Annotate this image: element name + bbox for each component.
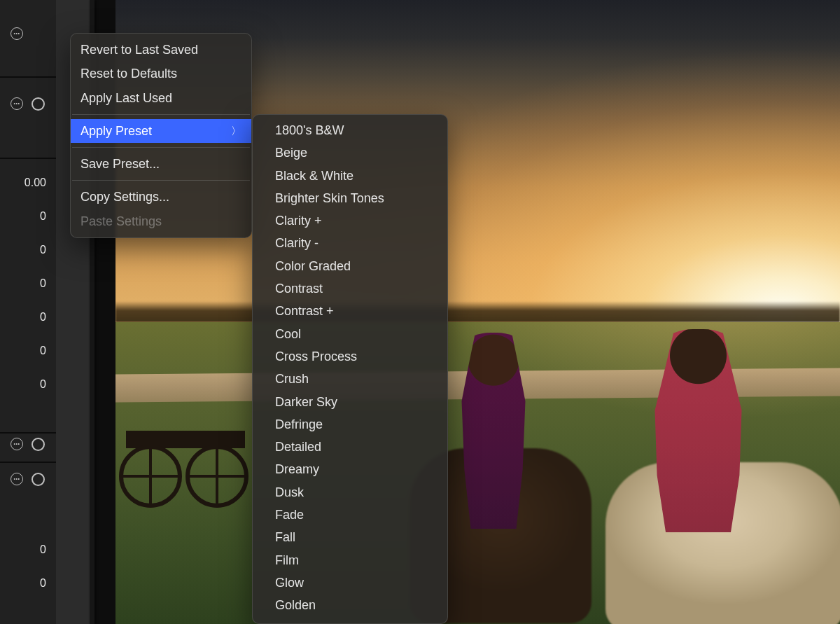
preset-label: Film: [275, 552, 299, 569]
preset-label: Contrast +: [275, 303, 334, 319]
menu-item-apply-preset[interactable]: Apply Preset 〉: [71, 119, 251, 143]
more-options-icon[interactable]: [10, 437, 24, 451]
preset-item[interactable]: Cool: [253, 323, 447, 345]
preset-label: 1800's B&W: [275, 122, 344, 139]
value-readout: 0: [40, 378, 46, 391]
preset-item[interactable]: Beige: [253, 141, 447, 164]
preset-item[interactable]: Crush: [253, 368, 447, 390]
value-readout: 0: [40, 543, 46, 556]
more-options-icon[interactable]: [10, 27, 24, 41]
preset-label: Dusk: [275, 484, 304, 501]
menu-item-revert[interactable]: Revert to Last Saved: [71, 38, 251, 62]
preset-item[interactable]: Dreamy: [253, 458, 447, 480]
menu-item-reset[interactable]: Reset to Defaults: [71, 62, 251, 85]
preset-label: Gothic: [275, 620, 312, 624]
preset-item[interactable]: Fade: [253, 504, 447, 526]
preset-label: Glow: [275, 574, 304, 591]
chevron-right-icon: 〉: [231, 124, 241, 138]
menu-separator: [72, 147, 250, 148]
menu-item-paste-settings: Paste Settings: [71, 209, 251, 233]
photo-wagon: [119, 396, 259, 508]
preset-item[interactable]: Gothic: [253, 617, 447, 624]
preset-label: Crush: [275, 370, 309, 387]
value-readout: 0: [40, 345, 46, 357]
preset-label: Beige: [275, 144, 307, 161]
sidebar-section: [0, 77, 56, 158]
preset-item[interactable]: Detailed: [253, 436, 447, 458]
value-readout: 0: [40, 577, 46, 590]
preset-item[interactable]: Contrast: [253, 277, 447, 300]
preset-label: Black & White: [275, 167, 354, 184]
adjustments-sidebar: 0.00 0 0 0 0 0 0 0 0: [0, 0, 56, 624]
preset-item[interactable]: Golden: [253, 594, 447, 616]
preset-label: Dreamy: [275, 461, 319, 478]
more-options-icon[interactable]: [10, 97, 24, 111]
preset-label: Fall: [275, 529, 295, 546]
menu-item-label: Revert to Last Saved: [80, 41, 198, 58]
value-readout: 0: [40, 311, 46, 324]
value-readout: 0.00: [24, 176, 46, 189]
context-menu: Revert to Last Saved Reset to Defaults A…: [70, 33, 252, 238]
menu-item-save-preset[interactable]: Save Preset...: [71, 152, 251, 176]
preset-label: Golden: [275, 597, 316, 613]
preset-label: Cool: [275, 326, 301, 342]
menu-item-label: Copy Settings...: [80, 188, 169, 205]
menu-item-label: Apply Last Used: [80, 90, 172, 106]
photo-treeline: [115, 301, 840, 322]
value-readout: 0: [40, 210, 46, 223]
preset-item[interactable]: Contrast +: [253, 300, 447, 322]
menu-separator: [72, 180, 250, 181]
preset-label: Clarity +: [275, 212, 322, 229]
preset-item[interactable]: Clarity +: [253, 209, 447, 232]
menu-item-label: Reset to Defaults: [80, 65, 177, 82]
preset-label: Contrast: [275, 280, 323, 297]
menu-separator: [72, 114, 250, 115]
sidebar-section: [0, 462, 56, 624]
menu-item-label: Save Preset...: [80, 155, 160, 172]
preset-item[interactable]: Brighter Skin Tones: [253, 187, 447, 209]
preset-item[interactable]: Fall: [253, 526, 447, 548]
preset-label: Darker Sky: [275, 394, 337, 410]
preset-label: Cross Process: [275, 348, 357, 365]
menu-item-copy-settings[interactable]: Copy Settings...: [71, 185, 251, 209]
preset-item[interactable]: Glow: [253, 571, 447, 594]
preset-item[interactable]: 1800's B&W: [253, 119, 447, 141]
ring-toggle-icon[interactable]: [31, 472, 45, 486]
preset-item[interactable]: Black & White: [253, 165, 447, 187]
preset-label: Fade: [275, 506, 304, 523]
ring-toggle-icon[interactable]: [31, 97, 45, 111]
preset-item[interactable]: Darker Sky: [253, 391, 447, 413]
preset-item[interactable]: Cross Process: [253, 345, 447, 368]
preset-submenu: 1800's B&W Beige Black & White Brighter …: [252, 114, 448, 624]
menu-item-apply-last[interactable]: Apply Last Used: [71, 86, 251, 110]
preset-item[interactable]: Color Graded: [253, 255, 447, 277]
preset-label: Detailed: [275, 438, 321, 455]
preset-label: Brighter Skin Tones: [275, 190, 384, 207]
preset-item[interactable]: Dusk: [253, 481, 447, 504]
value-readout: 0: [40, 277, 46, 290]
ring-toggle-icon[interactable]: [31, 437, 45, 451]
value-readout: 0: [40, 244, 46, 256]
menu-item-label: Paste Settings: [80, 213, 162, 230]
more-options-icon[interactable]: [10, 472, 24, 486]
sidebar-section: [0, 0, 56, 77]
preset-label: Clarity -: [275, 235, 318, 251]
preset-label: Defringe: [275, 416, 323, 433]
preset-item[interactable]: Clarity -: [253, 232, 447, 254]
menu-item-label: Apply Preset: [80, 123, 152, 139]
preset-label: Color Graded: [275, 258, 351, 275]
preset-item[interactable]: Film: [253, 549, 447, 571]
sidebar-section: [0, 158, 56, 433]
preset-item[interactable]: Defringe: [253, 413, 447, 436]
